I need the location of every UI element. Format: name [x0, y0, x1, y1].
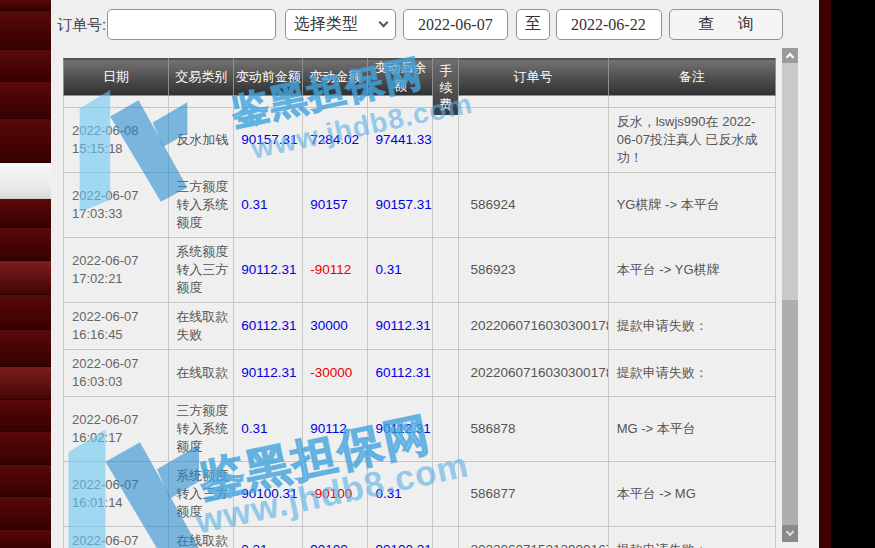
- sidebar-menu-item[interactable]: [0, 119, 51, 163]
- right-red-stripe: [819, 0, 831, 548]
- header-amount-before: 变动前金额: [234, 59, 303, 96]
- right-black-edge: [831, 0, 875, 548]
- table-row: 2022-06-07 17:02:21 系统额度转入三方额度 90112.31 …: [64, 238, 776, 303]
- cell-order-number: 2022060716030300178: [458, 350, 608, 397]
- cell-amount-change: -90100: [303, 462, 368, 527]
- date-to-input[interactable]: 2022-06-22: [556, 9, 662, 40]
- cell-balance-after: 90157.31: [368, 173, 433, 238]
- cell-date: 2022-06-07 17:03:33: [64, 173, 169, 238]
- header-date: 日期: [64, 59, 169, 96]
- cell-remark: 反水，lswjs990在 2022-06-07投注真人 已反水成功！: [608, 108, 775, 173]
- cell-remark: 提款申请失败：: [608, 303, 775, 350]
- cell-date: 2022-06-07 17:02:21: [64, 238, 169, 303]
- scroll-up-button[interactable]: [782, 48, 798, 63]
- header-type: 交易类别: [169, 59, 234, 96]
- vertical-scrollbar[interactable]: [782, 48, 798, 542]
- cell-amount-change: 90112: [303, 397, 368, 462]
- sidebar-menu-item[interactable]: [0, 199, 51, 228]
- date-range-to-label: 至: [516, 9, 550, 40]
- cell-type: 三方额度转入系统额度: [169, 173, 234, 238]
- header-fee: 手续费: [433, 59, 458, 96]
- sidebar-menu-item[interactable]: [0, 400, 51, 432]
- cell-order-number: 2022060715213900167: [458, 527, 608, 548]
- cell-remark: 本平台 -> MG: [608, 462, 775, 527]
- sidebar-menu-item[interactable]: [0, 432, 51, 465]
- cell-remark: 本平台 -> YG棋牌: [608, 238, 775, 303]
- sidebar-menu-item[interactable]: [0, 465, 51, 497]
- scrollbar-thumb[interactable]: [782, 300, 798, 525]
- cell-amount-change: 7284.02: [303, 108, 368, 173]
- query-button-label: 查 询: [688, 14, 764, 35]
- cell-fee: [433, 397, 458, 462]
- cell-type: 三方额度转入系统额度: [169, 397, 234, 462]
- cell-fee: [433, 303, 458, 350]
- cell-fee: [433, 462, 458, 527]
- table-row: 2022-06-07 17:03:33 三方额度转入系统额度 0.31 9015…: [64, 173, 776, 238]
- query-button[interactable]: 查 询: [669, 9, 783, 40]
- table-row: 2022-06-07 16:03:03 在线取款 90112.31 -30000…: [64, 350, 776, 397]
- chevron-down-icon: [786, 528, 794, 536]
- table-row: 2022-06-07 16:16:45 在线取款失败 60112.31 3000…: [64, 303, 776, 350]
- cell-remark: YG棋牌 -> 本平台: [608, 173, 775, 238]
- header-order-number: 订单号: [458, 59, 608, 96]
- search-toolbar: 订单号: 选择类型 2022-06-07 至 2022-06-22 查 询: [51, 0, 819, 50]
- cell-amount-before: 0.31: [234, 527, 303, 548]
- partial-scrolled-row: [64, 96, 776, 108]
- sidebar-menu-item[interactable]: [0, 261, 51, 295]
- cell-date: 2022-06-07 15:37:06: [64, 527, 169, 548]
- header-balance-after: 变动后余额: [368, 59, 433, 96]
- cell-order-number: 2022060716030300178: [458, 303, 608, 350]
- cell-balance-after: 60112.31: [368, 350, 433, 397]
- sidebar-menu-item[interactable]: [0, 11, 51, 50]
- sidebar-menu-item[interactable]: [0, 330, 51, 367]
- cell-amount-change: 90157: [303, 173, 368, 238]
- cell-fee: [433, 350, 458, 397]
- cell-type: 在线取款失败: [169, 527, 234, 548]
- cell-date: 2022-06-07 16:03:03: [64, 350, 169, 397]
- transactions-table: 日期 交易类别 变动前金额 变动金额 变动后余额 手续费 订单号 备注: [63, 58, 777, 548]
- sidebar-menu-item[interactable]: [0, 50, 51, 82]
- cell-type: 系统额度转入三方额度: [169, 238, 234, 303]
- order-number-input[interactable]: [107, 9, 276, 40]
- sidebar-menu-item[interactable]: [0, 82, 51, 119]
- cell-date: 2022-06-07 16:01:14: [64, 462, 169, 527]
- cell-balance-after: 97441.33: [368, 108, 433, 173]
- sidebar-menu-item[interactable]: [0, 0, 51, 11]
- cell-amount-before: 90157.31: [234, 108, 303, 173]
- scroll-down-button[interactable]: [782, 525, 798, 542]
- order-number-label: 订单号:: [57, 16, 106, 35]
- table-header-row: 日期 交易类别 变动前金额 变动金额 变动后余额 手续费 订单号 备注: [64, 59, 776, 96]
- table-row: 2022-06-07 15:37:06 在线取款失败 0.31 90100 90…: [64, 527, 776, 548]
- cell-balance-after: 90112.31: [368, 397, 433, 462]
- cell-order-number: 586877: [458, 462, 608, 527]
- cell-order-number: [458, 108, 608, 173]
- sidebar-menu-item[interactable]: [0, 228, 51, 261]
- cell-amount-change: 30000: [303, 303, 368, 350]
- cell-amount-change: -90112: [303, 238, 368, 303]
- cell-date: 2022-06-08 15:15:18: [64, 108, 169, 173]
- cell-fee: [433, 238, 458, 303]
- cell-amount-change: -30000: [303, 350, 368, 397]
- cell-type: 在线取款: [169, 350, 234, 397]
- sidebar-menu-item[interactable]: [0, 530, 51, 548]
- sidebar-active-item[interactable]: [0, 163, 51, 199]
- cell-remark: 提款申请失败：: [608, 527, 775, 548]
- date-from-input[interactable]: 2022-06-07: [403, 9, 508, 40]
- cell-balance-after: 90100.31: [368, 527, 433, 548]
- cell-amount-before: 0.31: [234, 173, 303, 238]
- cell-amount-before: 90112.31: [234, 238, 303, 303]
- table-row: 2022-06-07 16:01:14 系统额度转入三方额度 90100.31 …: [64, 462, 776, 527]
- type-select-value: 选择类型: [294, 14, 358, 35]
- cell-order-number: 586878: [458, 397, 608, 462]
- type-select[interactable]: 选择类型: [285, 9, 396, 40]
- cell-order-number: 586924: [458, 173, 608, 238]
- cell-type: 系统额度转入三方额度: [169, 462, 234, 527]
- sidebar-menu-item[interactable]: [0, 497, 51, 530]
- sidebar-menu-item[interactable]: [0, 367, 51, 400]
- sidebar-menu-item[interactable]: [0, 295, 51, 330]
- cell-balance-after: 0.31: [368, 462, 433, 527]
- cell-amount-before: 0.31: [234, 397, 303, 462]
- cell-amount-change: 90100: [303, 527, 368, 548]
- date-from-value: 2022-06-07: [418, 16, 493, 34]
- cell-amount-before: 60112.31: [234, 303, 303, 350]
